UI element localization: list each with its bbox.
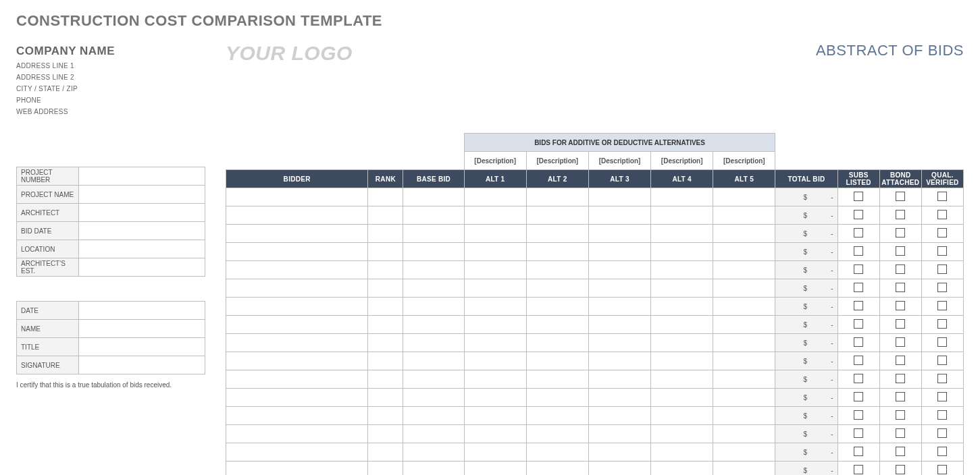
alt4-cell[interactable] [651,443,713,462]
alt5-cell[interactable] [713,188,775,206]
alt2-cell[interactable] [526,261,588,279]
alt3-cell[interactable] [588,425,650,443]
alt4-cell[interactable] [651,279,713,298]
subs-listed-checkbox[interactable] [854,374,863,383]
alt2-cell[interactable] [526,407,588,425]
subs-listed-checkbox[interactable] [854,210,863,219]
bidder-cell[interactable] [226,188,368,206]
alt3-cell[interactable] [588,352,650,370]
rank-cell[interactable] [368,243,403,261]
alt2-cell[interactable] [526,389,588,407]
location-input[interactable] [79,240,205,258]
alt1-cell[interactable] [464,298,526,316]
base-bid-cell[interactable] [403,443,464,462]
alt2-cell[interactable] [526,206,588,225]
alt5-description[interactable]: [Description] [713,152,775,170]
alt3-cell[interactable] [588,298,650,316]
alt5-cell[interactable] [713,316,775,334]
qual-verified-checkbox[interactable] [937,465,947,474]
bidder-cell[interactable] [226,316,368,334]
bidder-cell[interactable] [226,443,368,462]
alt3-cell[interactable] [588,389,650,407]
alt1-cell[interactable] [464,425,526,443]
alt3-cell[interactable] [588,443,650,462]
bidder-cell[interactable] [226,261,368,279]
alt5-cell[interactable] [713,243,775,261]
sig-name-input[interactable] [79,320,205,338]
alt1-cell[interactable] [464,243,526,261]
bond-attached-checkbox[interactable] [896,210,905,219]
bond-attached-checkbox[interactable] [896,356,905,365]
bidder-cell[interactable] [226,352,368,370]
alt3-cell[interactable] [588,462,650,476]
sig-title-input[interactable] [79,338,205,356]
alt5-cell[interactable] [713,425,775,443]
alt3-cell[interactable] [588,334,650,352]
alt5-cell[interactable] [713,225,775,243]
alt2-cell[interactable] [526,279,588,298]
bidder-cell[interactable] [226,370,368,389]
subs-listed-checkbox[interactable] [854,465,863,474]
rank-cell[interactable] [368,279,403,298]
subs-listed-checkbox[interactable] [854,228,863,238]
base-bid-cell[interactable] [403,352,464,370]
alt1-cell[interactable] [464,279,526,298]
bond-attached-checkbox[interactable] [896,301,905,310]
base-bid-cell[interactable] [403,279,464,298]
qual-verified-checkbox[interactable] [937,210,947,219]
bond-attached-checkbox[interactable] [896,447,905,456]
bond-attached-checkbox[interactable] [896,392,905,401]
base-bid-cell[interactable] [403,370,464,389]
rank-cell[interactable] [368,261,403,279]
alt4-cell[interactable] [651,370,713,389]
alt5-cell[interactable] [713,334,775,352]
base-bid-cell[interactable] [403,407,464,425]
rank-cell[interactable] [368,407,403,425]
bidder-cell[interactable] [226,334,368,352]
alt2-cell[interactable] [526,443,588,462]
alt4-cell[interactable] [651,462,713,476]
alt5-cell[interactable] [713,407,775,425]
alt1-cell[interactable] [464,407,526,425]
subs-listed-checkbox[interactable] [854,264,863,274]
project-number-input[interactable] [79,167,205,186]
alt4-cell[interactable] [651,425,713,443]
alt2-cell[interactable] [526,352,588,370]
bidder-cell[interactable] [226,243,368,261]
rank-cell[interactable] [368,316,403,334]
rank-cell[interactable] [368,334,403,352]
bond-attached-checkbox[interactable] [896,410,905,420]
alt1-cell[interactable] [464,261,526,279]
base-bid-cell[interactable] [403,225,464,243]
alt2-cell[interactable] [526,462,588,476]
alt5-cell[interactable] [713,389,775,407]
subs-listed-checkbox[interactable] [854,392,863,401]
subs-listed-checkbox[interactable] [854,428,863,438]
subs-listed-checkbox[interactable] [854,337,863,347]
alt5-cell[interactable] [713,279,775,298]
rank-cell[interactable] [368,298,403,316]
alt1-cell[interactable] [464,225,526,243]
rank-cell[interactable] [368,370,403,389]
alt2-description[interactable]: [Description] [526,152,588,170]
alt1-cell[interactable] [464,316,526,334]
qual-verified-checkbox[interactable] [937,246,947,256]
rank-cell[interactable] [368,425,403,443]
alt2-cell[interactable] [526,370,588,389]
alt4-cell[interactable] [651,316,713,334]
alt3-cell[interactable] [588,188,650,206]
bidder-cell[interactable] [226,298,368,316]
alt1-cell[interactable] [464,370,526,389]
alt1-cell[interactable] [464,462,526,476]
bond-attached-checkbox[interactable] [896,428,905,438]
alt4-description[interactable]: [Description] [651,152,713,170]
rank-cell[interactable] [368,188,403,206]
alt1-cell[interactable] [464,389,526,407]
base-bid-cell[interactable] [403,206,464,225]
alt2-cell[interactable] [526,425,588,443]
alt1-cell[interactable] [464,206,526,225]
bond-attached-checkbox[interactable] [896,264,905,274]
bidder-cell[interactable] [226,225,368,243]
alt4-cell[interactable] [651,261,713,279]
subs-listed-checkbox[interactable] [854,356,863,365]
